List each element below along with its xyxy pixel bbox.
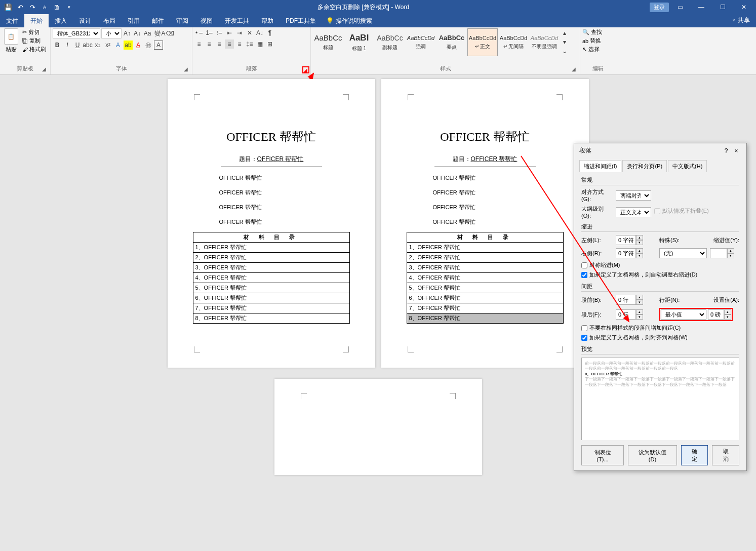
style-subtitle[interactable]: AaBbCc副标题 [375,28,405,56]
indent-left-input[interactable] [616,235,636,245]
tab-layout[interactable]: 布局 [97,14,122,27]
find-button[interactable]: 🔍查找 [582,28,614,36]
spin-up-icon[interactable]: ▴ [636,235,643,240]
tab-file[interactable]: 文件 [0,14,24,27]
share-button[interactable]: ♀ 共享 [726,14,756,27]
highlight-icon[interactable]: ab [124,41,133,50]
cancel-button[interactable]: 取消 [712,445,739,465]
style-title[interactable]: AaBbCc标题 [313,28,343,56]
styles-more-icon[interactable]: ⌄ [560,47,569,56]
tab-line-page-breaks[interactable]: 换行和分页(P) [622,160,667,172]
tab-indent-spacing[interactable]: 缩进和间距(I) [579,160,621,172]
indent-right-input[interactable] [616,248,636,258]
sort-icon[interactable]: A↓ [255,28,264,37]
line-spacing-select[interactable]: 最小值 [661,309,706,320]
font-color-icon[interactable]: A [134,41,143,50]
maximize-icon[interactable]: ☐ [712,0,733,14]
shading-icon[interactable]: ▦ [255,40,264,49]
tab-developer[interactable]: 开发工具 [219,14,255,27]
tab-review[interactable]: 审阅 [170,14,194,27]
decrease-indent-icon[interactable]: ⇤ [225,28,234,37]
close-icon[interactable]: ✕ [734,0,754,14]
superscript-icon[interactable]: x² [103,41,112,50]
tab-references[interactable]: 引用 [122,14,146,27]
styles-gallery[interactable]: AaBbCc标题 AaBl标题 1 AaBbCc副标题 AaBbCcDd强调 A… [313,28,568,64]
save-icon[interactable]: 💾 [4,3,12,11]
underline-icon[interactable]: U [73,41,82,50]
tell-me[interactable]: 💡操作说明搜索 [326,14,372,27]
grow-font-icon[interactable]: A↑ [123,29,132,38]
align-justify-icon[interactable]: ≡ [225,40,234,49]
text-effects-icon[interactable]: A [113,41,123,50]
change-case-icon[interactable]: Aa [143,29,152,38]
clear-format-icon[interactable]: A⌫ [163,29,172,38]
char-border-icon[interactable]: A [154,41,163,50]
alignment-select[interactable]: 两端对齐 [616,190,651,201]
font-launcher-icon[interactable]: ◢ [184,66,191,73]
style-intense[interactable]: AaBbCc要点 [436,28,467,56]
undo-icon[interactable]: ↶ [16,3,24,11]
auto-adjust-indent-checkbox[interactable] [581,272,587,278]
italic-icon[interactable]: I [63,41,72,50]
align-right-icon[interactable]: ≡ [215,40,224,49]
qat-more-icon[interactable]: ▾ [65,3,73,11]
snap-to-grid-checkbox[interactable] [581,335,587,341]
multilevel-icon[interactable]: ⁝– [215,28,224,37]
line-spacing-icon[interactable]: ‡≡ [245,40,254,49]
paragraph-launcher-icon[interactable]: ◢ [302,66,309,73]
space-before-input[interactable] [616,295,636,305]
font-name-select[interactable]: 楷体_GB2312 [53,28,100,38]
subscript-icon[interactable]: x₂ [93,41,102,50]
tabs-button[interactable]: 制表位(T)... [581,445,624,465]
no-space-same-style-checkbox[interactable] [581,325,587,331]
strike-icon[interactable]: abc [83,41,92,50]
tab-asian-typography[interactable]: 中文版式(H) [668,160,707,172]
font-icon[interactable]: A [41,3,49,11]
styles-launcher-icon[interactable]: ◢ [572,66,579,73]
tab-mailings[interactable]: 邮件 [146,14,170,27]
align-center-icon[interactable]: ≡ [205,40,214,49]
tab-home[interactable]: 开始 [24,14,49,27]
cut-button[interactable]: ✂剪切 [22,28,46,36]
copy-button[interactable]: ⿻复制 [22,37,46,45]
minimize-icon[interactable]: — [691,0,711,14]
ribbon-options-icon[interactable]: ▭ [670,0,690,14]
asian-layout-icon[interactable]: ✕ [245,28,254,37]
paste-button[interactable]: 📋 粘贴 [2,28,20,64]
style-normal[interactable]: AaBbCcDd↵ 正文 [467,28,498,56]
distribute-icon[interactable]: ≡ [235,40,244,49]
redo-icon[interactable]: ↷ [28,3,36,11]
clipboard-launcher-icon[interactable]: ◢ [42,66,49,73]
style-heading1[interactable]: AaBl标题 1 [344,28,374,56]
styles-up-icon[interactable]: ▴ [560,28,569,37]
align-left-icon[interactable]: ≡ [194,40,204,49]
special-indent-select[interactable]: (无) [659,248,707,258]
tab-pdf[interactable]: PDF工具集 [280,14,322,27]
tab-help[interactable]: 帮助 [255,14,280,27]
font-size-select[interactable]: 小三 [101,28,122,38]
line-spacing-at-input[interactable] [708,309,724,320]
phonetic-icon[interactable]: 變 [153,29,162,38]
style-emphasis[interactable]: AaBbCcDd强调 [406,28,436,56]
tab-view[interactable]: 视图 [194,14,219,27]
style-subtle-emphasis[interactable]: AaBbCcDd不明显强调 [529,28,560,56]
login-button[interactable]: 登录 [650,3,669,12]
tab-insert[interactable]: 插入 [49,14,73,27]
preview-icon[interactable]: 🗎 [53,3,61,11]
replace-button[interactable]: ab替换 [582,37,614,45]
dialog-help-icon[interactable]: ? [721,147,731,154]
enclose-icon[interactable]: ㊕ [144,41,153,50]
set-default-button[interactable]: 设为默认值(D) [628,445,677,465]
show-marks-icon[interactable]: ¶ [265,28,274,37]
outline-level-select[interactable]: 正文文本 [616,207,651,217]
space-after-input[interactable] [616,309,636,320]
borders-icon[interactable]: ⊞ [265,40,274,49]
spin-down-icon[interactable]: ▾ [636,240,643,245]
bullets-icon[interactable]: • – [194,28,204,37]
increase-indent-icon[interactable]: ⇥ [235,28,244,37]
style-nospacing[interactable]: AaBbCcDd↵ 无间隔 [498,28,529,56]
numbering-icon[interactable]: 1– [205,28,214,37]
dialog-close-icon[interactable]: × [731,147,741,154]
select-button[interactable]: ↖选择 [582,46,614,53]
bold-icon[interactable]: B [53,41,62,50]
